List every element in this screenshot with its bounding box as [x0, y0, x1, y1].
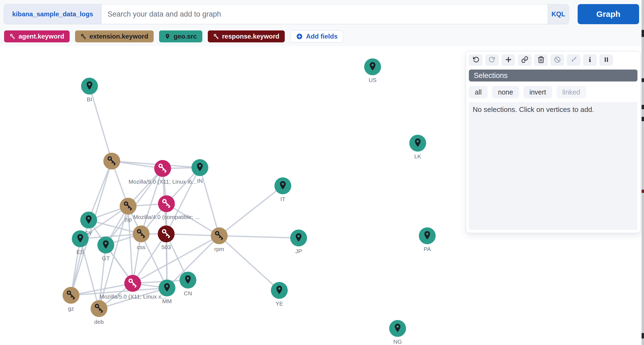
graph-node-Mozilla/4.0 (compatible; ...[interactable] — [158, 195, 175, 212]
graph-node-CN[interactable] — [179, 272, 196, 288]
node-label: NG — [393, 338, 402, 345]
key-icon — [157, 163, 168, 174]
key-icon — [123, 200, 133, 212]
node-label: 503 — [161, 244, 171, 250]
graph-node-rpm[interactable] — [211, 227, 228, 244]
pin-icon — [422, 230, 432, 241]
key-icon — [94, 303, 104, 314]
key-icon — [213, 33, 219, 39]
graph-node-US[interactable] — [364, 58, 381, 75]
pin-icon — [413, 138, 423, 149]
pin-icon — [183, 275, 193, 286]
pin-icon — [101, 240, 111, 250]
field-badge-geo.src[interactable]: geo.src — [159, 30, 202, 42]
field-badge-agent.keyword[interactable]: agent.keyword — [4, 30, 70, 42]
window-edge-artifact — [642, 105, 644, 109]
add-links-button[interactable] — [518, 54, 531, 66]
field-badges-row: agent.keyword extension.keywordgeo.src r… — [4, 30, 343, 42]
graph-toolbar — [469, 54, 637, 66]
redo-icon — [488, 56, 496, 64]
node-label: deb — [94, 319, 104, 325]
custom-style-button[interactable] — [567, 54, 580, 66]
graph-node-ext1[interactable] — [103, 153, 120, 170]
link-icon — [521, 56, 528, 64]
selections-header: Selections — [469, 70, 637, 81]
graph-node-YE[interactable] — [271, 282, 288, 299]
graph-node-deb[interactable] — [91, 300, 107, 317]
graph-node-IN[interactable] — [191, 159, 208, 176]
graph-node-JP[interactable] — [290, 230, 307, 246]
selection-buttons-row: allnoneinvertlinked — [469, 86, 637, 98]
screen-edge-sliver — [642, 0, 644, 345]
select-invert-button[interactable]: invert — [524, 86, 552, 98]
select-linked-button: linked — [556, 86, 586, 98]
pause-layout-button[interactable] — [599, 54, 613, 66]
node-label: rpm — [214, 246, 224, 252]
node-label: LK — [414, 153, 421, 160]
field-badge-extension.keyword[interactable]: extension.keyword — [75, 30, 154, 42]
graph-node-ES[interactable] — [72, 230, 89, 247]
pin-icon — [278, 180, 288, 191]
expand-selection-button[interactable] — [501, 54, 515, 66]
node-label: IT — [280, 196, 286, 202]
graph-node-gz[interactable] — [63, 287, 79, 304]
node-label: CN — [184, 290, 192, 297]
undo-button[interactable] — [469, 54, 482, 66]
graph-node-503[interactable] — [158, 225, 175, 242]
pin-icon — [368, 61, 377, 72]
graph-node-MM[interactable] — [159, 280, 175, 296]
window-edge-artifact — [642, 117, 644, 121]
add-circle-icon — [296, 33, 303, 40]
search-input[interactable] — [101, 4, 548, 24]
ban-icon — [554, 56, 561, 64]
graph-node-Mozilla/5.0 (X11; Linux i6...[interactable] — [154, 160, 171, 177]
graph-node-PA[interactable] — [419, 227, 436, 244]
graph-node-LK[interactable] — [409, 135, 426, 152]
drilldowns-button[interactable] — [583, 54, 597, 66]
node-label: BI — [87, 96, 92, 103]
pin-icon — [162, 283, 172, 293]
remove-vertices-button[interactable] — [534, 54, 548, 66]
query-bar-region: kibana_sample_data_logs KQL Graph agent.… — [0, 0, 644, 46]
field-badge-response.keyword[interactable]: response.keyword — [208, 30, 285, 42]
node-label: zip — [125, 216, 132, 223]
graph-node-Mozilla/5.0 (X11; Linux x...[interactable] — [124, 275, 141, 292]
redo-button[interactable] — [485, 54, 499, 66]
pin-icon — [274, 285, 284, 296]
key-icon — [10, 33, 16, 39]
pin-icon — [393, 323, 403, 334]
blocklist-button[interactable] — [550, 54, 564, 66]
index-pattern-label: kibana_sample_data_logs — [4, 4, 101, 24]
graph-node-IT[interactable] — [274, 177, 291, 194]
select-none-button[interactable]: none — [492, 86, 519, 98]
graph-node-zip[interactable] — [120, 198, 137, 215]
key-icon — [128, 278, 138, 289]
graph-node-GT[interactable] — [97, 237, 114, 253]
trash-icon — [537, 56, 545, 64]
pin-icon — [195, 162, 205, 173]
node-label: IN — [197, 178, 203, 184]
graph-node-NG[interactable] — [389, 320, 406, 337]
graph-button[interactable]: Graph — [578, 4, 639, 24]
add-fields-button[interactable]: Add fields — [290, 30, 343, 42]
node-label: JP — [295, 248, 302, 255]
pin-icon — [294, 233, 304, 243]
graph-node-BI[interactable] — [81, 78, 98, 95]
graph-node-css[interactable] — [133, 225, 150, 242]
node-label: US — [369, 77, 376, 83]
graph-node-SY[interactable] — [80, 212, 97, 228]
selections-empty-message: No selections. Click on vertices to add. — [469, 102, 637, 230]
pause-icon — [603, 56, 610, 64]
key-icon — [81, 33, 86, 39]
undo-icon — [472, 56, 479, 64]
window-edge-artifact — [642, 190, 644, 193]
select-all-button[interactable]: all — [469, 86, 488, 98]
node-label: YE — [275, 300, 283, 307]
pin-icon — [75, 233, 85, 244]
key-icon — [136, 228, 146, 240]
kql-button[interactable]: KQL — [548, 4, 569, 24]
window-edge-artifact — [642, 30, 644, 37]
node-label: PA — [424, 246, 431, 252]
key-icon — [214, 230, 224, 242]
node-label: Mozilla/4.0 (compatible; ... — [133, 214, 200, 220]
